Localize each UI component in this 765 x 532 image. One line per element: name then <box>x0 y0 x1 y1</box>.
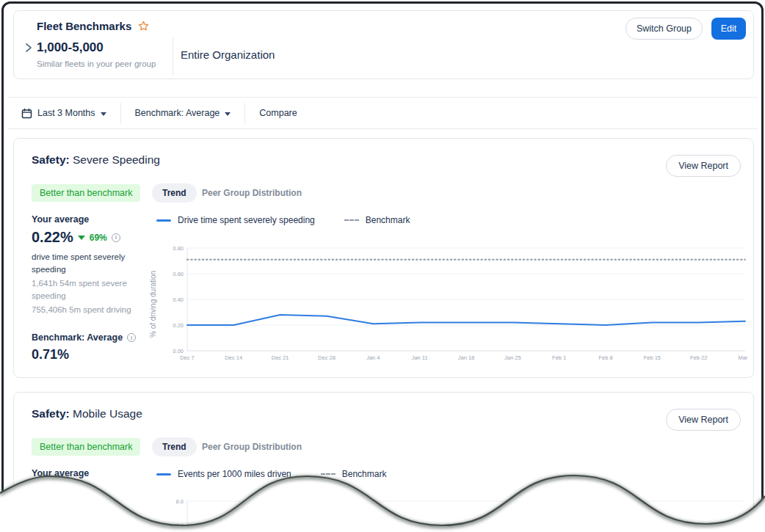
status-badge: Better than benchmark <box>32 438 140 456</box>
organization-scope: Entire Organization <box>181 48 275 61</box>
page-title-row: Fleet Benchmarks <box>37 20 150 32</box>
y-axis-label: % of driving duration <box>149 256 159 351</box>
svg-text:Feb 22: Feb 22 <box>690 354 707 361</box>
header-divider <box>173 37 173 76</box>
card-metric-name: Severe Speeding <box>73 153 160 166</box>
header-card: Fleet Benchmarks 1,000-5,000 Similar fle… <box>13 10 754 79</box>
card-category: Safety: <box>32 153 70 166</box>
stats-column: Your average <box>32 468 155 478</box>
card-title: Safety: Mobile Usage <box>32 407 142 420</box>
compare-button[interactable]: Compare <box>245 108 311 118</box>
card-metric-name: Mobile Usage <box>73 407 142 420</box>
peer-group-subtitle: Similar fleets in your peer group <box>37 59 156 68</box>
svg-text:Dec 7: Dec 7 <box>180 354 195 361</box>
info-icon[interactable]: i <box>112 233 120 242</box>
svg-text:Feb 1: Feb 1 <box>552 354 566 361</box>
legend-item-series: Drive time spent severely speeding <box>156 215 315 225</box>
caret-down-icon <box>225 112 231 116</box>
tab-peer-group-distribution[interactable]: Peer Group Distribution <box>202 442 302 452</box>
svg-text:6.0: 6.0 <box>176 522 184 529</box>
svg-text:Feb 8: Feb 8 <box>598 354 612 361</box>
svg-text:Mar 1: Mar 1 <box>738 354 750 361</box>
severe-speeding-card: Safety: Severe Speeding View Report Bett… <box>13 138 754 378</box>
edit-button[interactable]: Edit <box>711 18 746 40</box>
mobile-usage-card: Safety: Mobile Usage View Report Better … <box>13 392 754 531</box>
svg-text:0.00: 0.00 <box>173 348 184 354</box>
benchmark-dropdown[interactable]: Benchmark: Average <box>121 108 245 118</box>
svg-text:0.20: 0.20 <box>173 322 184 329</box>
view-report-button[interactable]: View Report <box>666 409 741 431</box>
tab-trend[interactable]: Trend <box>152 183 197 203</box>
caret-down-icon <box>101 112 106 116</box>
filter-bar: Last 3 Months Benchmark: Average Compare <box>7 97 758 129</box>
trend-chart[interactable]: 8.06.0 <box>170 489 750 531</box>
screenshot-frame: Fleet Benchmarks 1,000-5,000 Similar fle… <box>1 1 764 531</box>
legend-benchmark-label: Benchmark <box>342 469 387 479</box>
page-title: Fleet Benchmarks <box>37 20 131 32</box>
legend-item-series: Events per 1000 miles driven <box>156 469 291 479</box>
legend-benchmark-label: Benchmark <box>366 215 410 225</box>
svg-text:Jan 18: Jan 18 <box>458 354 475 361</box>
metric-description: drive time spent severely speeding <box>32 251 155 276</box>
your-average-label: Your average <box>32 214 155 225</box>
benchmark-label-row: Benchmark: Average i <box>32 332 155 343</box>
chart-legend: Events per 1000 miles driven Benchmark <box>156 469 386 479</box>
line-legend-swatch <box>156 219 171 222</box>
benchmark-selector-label: Benchmark: Average <box>135 108 220 118</box>
svg-text:Feb 15: Feb 15 <box>644 354 661 361</box>
your-average-label: Your average <box>32 468 155 478</box>
date-range-label: Last 3 Months <box>37 108 95 118</box>
dashed-legend-swatch <box>344 219 359 221</box>
legend-series-label: Drive time spent severely speeding <box>178 215 315 225</box>
stats-column: Your average 0.22% 69% i drive time spen… <box>32 214 155 362</box>
calendar-icon <box>21 108 32 119</box>
tab-trend[interactable]: Trend <box>152 437 197 456</box>
svg-text:0.40: 0.40 <box>173 296 184 303</box>
legend-item-benchmark: Benchmark <box>344 215 410 225</box>
info-icon[interactable]: i <box>127 333 136 342</box>
card-title: Safety: Severe Speeding <box>32 153 160 167</box>
svg-text:Dec 14: Dec 14 <box>225 354 242 361</box>
card-category: Safety: <box>32 407 70 420</box>
switch-group-button[interactable]: Switch Group <box>626 18 703 40</box>
your-average-row: 0.22% 69% i <box>32 229 155 246</box>
status-badge: Better than benchmark <box>32 184 140 202</box>
trend-chart[interactable]: 0.000.200.400.600.80Dec 7Dec 14Dec 21Dec… <box>170 241 750 367</box>
benchmark-value: 0.71% <box>32 347 155 362</box>
svg-text:0.60: 0.60 <box>173 271 184 277</box>
chart-legend: Drive time spent severely speeding Bench… <box>156 215 410 225</box>
line-legend-swatch <box>156 473 171 475</box>
detail-driving-time: 755,406h 5m spent driving <box>32 304 155 316</box>
benchmark-label: Benchmark: Average <box>32 332 123 343</box>
svg-text:Jan 11: Jan 11 <box>412 354 428 361</box>
detail-severe-time: 1,641h 54m spent severe speeding <box>32 277 155 302</box>
trend-chart-container: 0.000.200.400.600.80Dec 7Dec 14Dec 21Dec… <box>170 241 750 370</box>
compare-label: Compare <box>259 108 297 118</box>
view-report-button[interactable]: View Report <box>666 155 741 177</box>
legend-item-benchmark: Benchmark <box>321 469 387 479</box>
tab-peer-group-distribution[interactable]: Peer Group Distribution <box>202 188 302 198</box>
date-range-dropdown[interactable]: Last 3 Months <box>7 108 120 119</box>
svg-text:0.80: 0.80 <box>173 245 184 252</box>
delta-value: 69% <box>90 233 107 243</box>
dashed-legend-swatch <box>321 473 336 475</box>
svg-text:8.0: 8.0 <box>176 498 184 505</box>
chevron-right-icon[interactable] <box>25 43 32 53</box>
your-average-value: 0.22% <box>32 229 73 246</box>
legend-series-label: Events per 1000 miles driven <box>178 469 291 479</box>
svg-text:Jan 25: Jan 25 <box>504 354 521 361</box>
svg-text:Dec 21: Dec 21 <box>272 354 289 361</box>
svg-text:Dec 28: Dec 28 <box>318 354 336 361</box>
trend-down-icon <box>78 236 85 240</box>
trend-chart-container: 8.06.0 <box>170 489 750 531</box>
peer-group-name[interactable]: 1,000-5,000 <box>37 40 104 55</box>
favorite-star-icon[interactable] <box>137 20 150 32</box>
svg-text:Jan 4: Jan 4 <box>366 354 380 361</box>
